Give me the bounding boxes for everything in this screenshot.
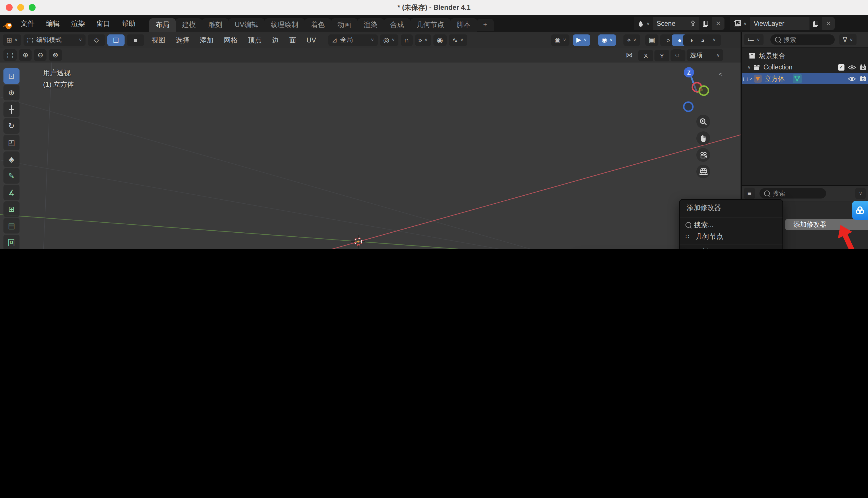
- tool-button[interactable]: ✎: [3, 168, 20, 184]
- select-mode-new-icon[interactable]: ⬚: [3, 49, 17, 61]
- face-select-button[interactable]: ■: [127, 34, 144, 45]
- topbar-menu-item[interactable]: 帮助: [116, 15, 141, 32]
- tool-button[interactable]: ⊡: [3, 68, 20, 84]
- select-mode-invert-icon[interactable]: ⊗: [49, 49, 62, 61]
- modifier-category-item[interactable]: 编辑▶: [682, 246, 780, 249]
- snap-pointer-button[interactable]: ▶∨: [573, 34, 591, 45]
- outliner-search-input[interactable]: 搜索: [770, 35, 835, 45]
- topbar-menu-item[interactable]: 编辑: [40, 15, 65, 32]
- viewport-menu-item[interactable]: 网格: [219, 32, 243, 47]
- scene-selector[interactable]: ∨ Scene ✕: [634, 17, 725, 30]
- vertex-select-button[interactable]: ◇: [88, 34, 105, 45]
- workspace-tab[interactable]: 布局: [149, 18, 176, 32]
- tool-options-dropdown[interactable]: 选项∨: [687, 49, 723, 61]
- tool-button[interactable]: 回: [3, 235, 20, 249]
- remove-viewlayer-icon[interactable]: ✕: [822, 17, 835, 30]
- pin-icon[interactable]: [687, 17, 700, 30]
- edge-select-button[interactable]: ◫: [107, 34, 125, 45]
- camera-view-button[interactable]: [696, 148, 710, 162]
- tool-button[interactable]: ◈: [3, 152, 20, 167]
- outliner-editor-type-button[interactable]: ≔∨: [744, 34, 764, 45]
- tool-button[interactable]: ◰: [3, 135, 20, 150]
- editor-type-button[interactable]: ⊞∨: [3, 34, 21, 45]
- close-window-button[interactable]: [6, 4, 13, 11]
- topbar-menu-item[interactable]: 窗口: [91, 15, 116, 32]
- workspace-tab[interactable]: UV编辑: [229, 18, 264, 32]
- mirror-axis-button[interactable]: Y: [655, 50, 669, 61]
- tool-button[interactable]: ⊕: [3, 85, 20, 101]
- viewport-menu-item[interactable]: 顶点: [243, 32, 267, 47]
- disable-render-camera-icon[interactable]: [859, 64, 867, 70]
- properties-search-input[interactable]: 搜索: [760, 188, 826, 198]
- tool-button[interactable]: ↻: [3, 118, 20, 134]
- zoom-window-button[interactable]: [29, 4, 36, 11]
- viewport-menu-item[interactable]: 边: [267, 32, 284, 47]
- pan-view-button[interactable]: [696, 131, 710, 145]
- pivot-dropdown[interactable]: ◎∨: [380, 34, 398, 45]
- workspace-tab[interactable]: 脚本: [450, 18, 477, 32]
- overlays-button[interactable]: ▣: [645, 34, 659, 45]
- mirror-axis-button[interactable]: X: [638, 50, 653, 61]
- tool-button[interactable]: ∡: [3, 185, 20, 200]
- visibility-dropdown[interactable]: ◉∨: [551, 34, 570, 45]
- viewport-menu-item[interactable]: 选择: [170, 32, 195, 47]
- menu-item-geometry-nodes[interactable]: ∷ 几何节点: [680, 231, 782, 242]
- tool-button[interactable]: ⊞: [3, 201, 20, 217]
- viewport-menu-item[interactable]: 添加: [195, 32, 219, 47]
- properties-options-dropdown[interactable]: ∨: [855, 188, 866, 199]
- proportional-falloff-button[interactable]: ◉∨: [598, 34, 616, 45]
- select-mode-subtract-icon[interactable]: ⊖: [34, 49, 47, 61]
- hide-eye-icon[interactable]: [848, 76, 856, 81]
- unlink-scene-icon[interactable]: ✕: [712, 17, 725, 30]
- tool-button[interactable]: ▤: [3, 218, 20, 234]
- blender-logo-icon[interactable]: [0, 17, 15, 30]
- shading-dropdown[interactable]: ∨: [707, 34, 721, 45]
- scene-browse-icon[interactable]: ∨: [634, 17, 653, 30]
- mode-dropdown[interactable]: ⬚ 编辑模式 ∨: [24, 34, 86, 45]
- topbar-menu-item[interactable]: 文件: [15, 15, 40, 32]
- viewlayer-selector[interactable]: ∨ ViewLayer ✕: [730, 17, 835, 30]
- proportional-edit-button[interactable]: ◉: [433, 34, 446, 45]
- viewport-menu-item[interactable]: 面: [284, 32, 301, 47]
- workspace-tab[interactable]: 渲染: [357, 18, 384, 32]
- scene-collection-row[interactable]: 场景集合: [742, 50, 868, 61]
- add-modifier-button[interactable]: 添加修改器: [785, 219, 868, 230]
- scene-name[interactable]: Scene: [653, 17, 687, 30]
- disable-render-camera-icon[interactable]: [859, 76, 867, 81]
- viewlayer-icon[interactable]: ∨: [730, 17, 750, 30]
- topbar-menu-item[interactable]: 渲染: [65, 15, 91, 32]
- orientation-dropdown[interactable]: ⊿ 全局 ∨: [328, 34, 377, 45]
- gizmo-dropdown[interactable]: ⌖∨: [623, 34, 640, 45]
- select-mode-extend-icon[interactable]: ⊕: [19, 49, 32, 61]
- workspace-tab[interactable]: 纹理绘制: [264, 18, 305, 32]
- expand-icon[interactable]: >: [750, 76, 752, 81]
- menu-item-search[interactable]: 搜索...: [680, 219, 782, 231]
- tool-button[interactable]: ╋: [3, 102, 20, 117]
- outliner-filter-button[interactable]: ∇∨: [839, 34, 856, 45]
- viewport-menu-item[interactable]: 视图: [146, 32, 170, 47]
- new-scene-icon[interactable]: [700, 17, 712, 30]
- falloff-dropdown[interactable]: ∿∨: [449, 34, 467, 45]
- zoom-view-button[interactable]: [696, 115, 710, 129]
- workspace-tab[interactable]: 合成: [384, 18, 410, 32]
- cube-object-row[interactable]: ⬚ > 立方体: [742, 73, 868, 84]
- new-viewlayer-icon[interactable]: [810, 17, 822, 30]
- workspace-tab[interactable]: 建模: [176, 18, 202, 32]
- properties-editor-type-button[interactable]: ≡: [744, 188, 755, 199]
- collapse-icon[interactable]: ∨: [748, 65, 751, 70]
- workspace-tab[interactable]: +: [477, 19, 493, 31]
- exclude-checkbox[interactable]: ✓: [838, 64, 844, 70]
- snap-toggle-button[interactable]: ∩: [401, 34, 413, 45]
- collapse-sidebar-icon[interactable]: <: [719, 70, 723, 77]
- workspace-tab[interactable]: 雕刻: [202, 18, 229, 32]
- viewlayer-name[interactable]: ViewLayer: [750, 17, 810, 30]
- workspace-tab[interactable]: 动画: [331, 18, 357, 32]
- ortho-toggle-button[interactable]: [696, 165, 710, 179]
- minimize-window-button[interactable]: [17, 4, 24, 11]
- workspace-tab[interactable]: 着色: [305, 18, 331, 32]
- snap-absolute-button[interactable]: ◌: [672, 49, 683, 61]
- viewport-menu-item[interactable]: UV: [301, 32, 321, 47]
- collection-row[interactable]: ∨ Collection ✓: [742, 61, 868, 73]
- snap-target-dropdown[interactable]: »∨: [415, 34, 431, 45]
- hide-eye-icon[interactable]: [848, 65, 856, 70]
